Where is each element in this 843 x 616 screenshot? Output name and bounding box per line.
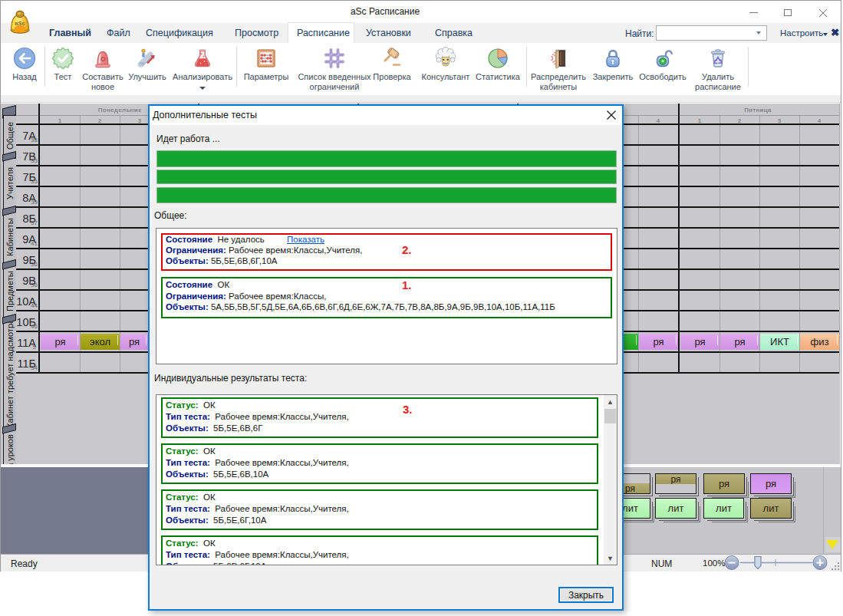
svg-text:aSc: aSc xyxy=(15,20,25,27)
